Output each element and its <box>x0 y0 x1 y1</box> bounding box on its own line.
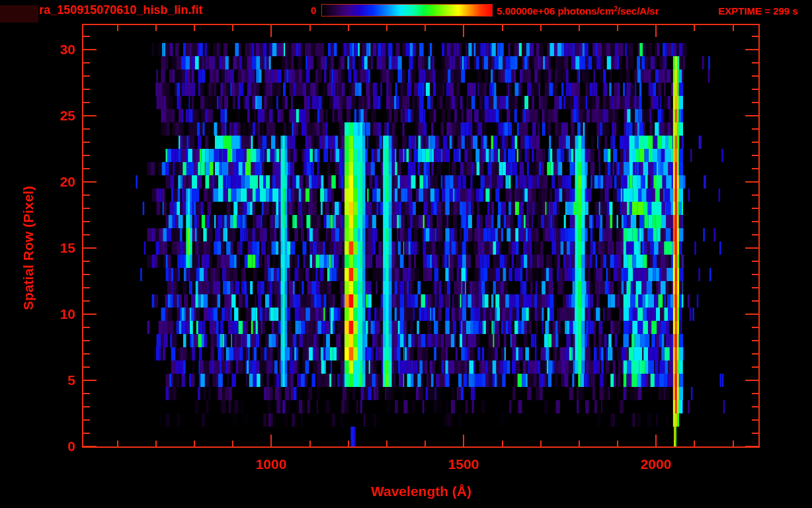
y-tick-label: 20 <box>41 173 75 190</box>
y-tick-label: 15 <box>41 239 75 257</box>
exptime-label: EXPTIME = 299 s <box>718 5 797 17</box>
corner-artifact <box>0 5 38 22</box>
y-axis-title: Spatial Row (Pixel) <box>19 149 38 347</box>
colorbar-max-label: 5.00000e+06 photons/cm2/sec/A/sr <box>497 5 659 17</box>
x-tick-label: 1000 <box>241 456 301 472</box>
colorbar-min-label: 0 <box>296 5 316 16</box>
colorbar-max-suffix: /sec/A/sr <box>618 5 659 17</box>
x-tick-label: 1500 <box>434 456 493 472</box>
y-tick-label: 5 <box>41 372 75 389</box>
spectrogram-window: ra_150915070610_hisb_lin.fit 0 5.00000e+… <box>0 0 812 508</box>
file-title: ra_150915070610_hisb_lin.fit <box>39 3 202 17</box>
plot-frame <box>82 24 760 448</box>
x-tick-label: 2000 <box>626 456 686 472</box>
y-tick-label: 25 <box>41 107 75 124</box>
y-tick-label: 0 <box>41 438 75 455</box>
colorbar-max-prefix: 5.00000e+06 photons/cm <box>497 5 614 17</box>
colorbar-gradient <box>321 4 493 17</box>
y-tick-label: 10 <box>41 306 75 323</box>
x-axis-title: Wavelength (Å) <box>322 484 520 499</box>
colorbar-max-superscript: 2 <box>614 5 618 13</box>
y-tick-label: 30 <box>41 41 75 58</box>
